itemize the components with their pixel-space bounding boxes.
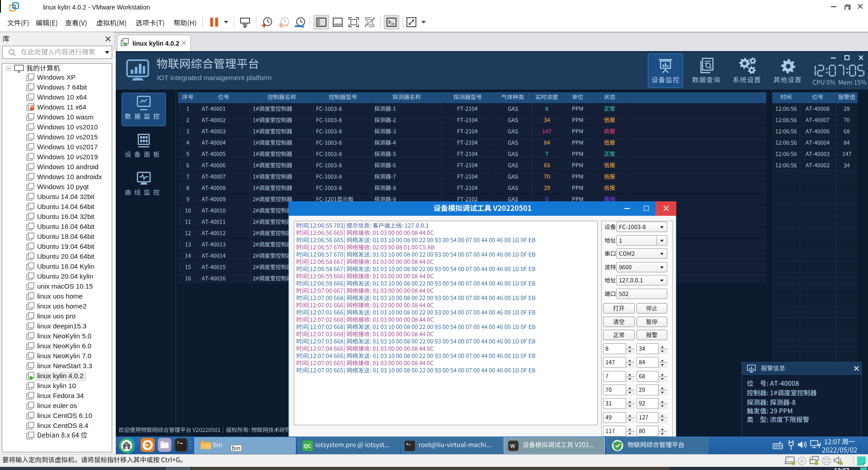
svg-text:$: $ bbox=[177, 441, 179, 445]
svg-text:QC: QC bbox=[304, 443, 311, 449]
svg-text:$: $ bbox=[406, 442, 409, 446]
svg-text:W: W bbox=[510, 443, 515, 449]
